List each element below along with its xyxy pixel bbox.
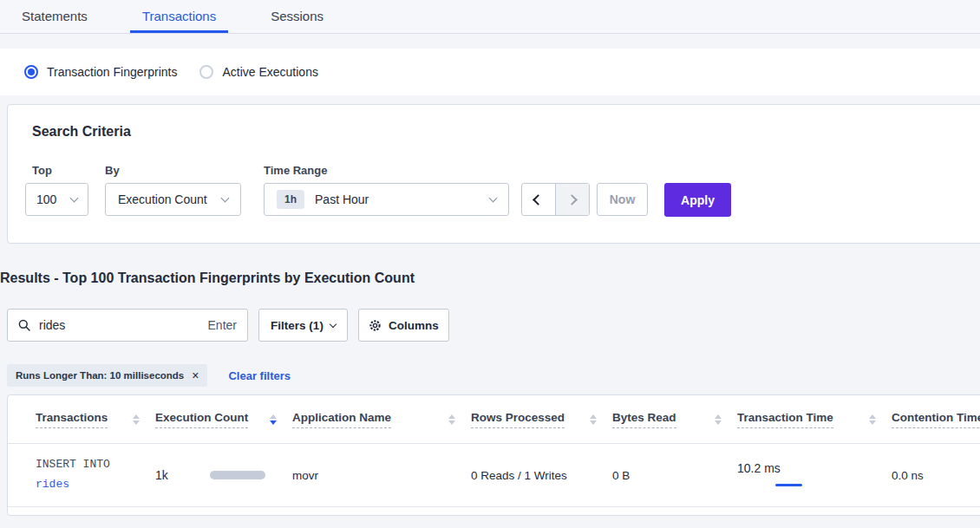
execution-count-cell: 1k [155,468,292,482]
remove-filter-icon[interactable]: × [192,369,199,381]
search-input[interactable] [39,318,199,332]
search-enter-hint: Enter [208,318,237,332]
results-table: Transactions Execution Count Application… [7,394,980,516]
search-icon [18,319,30,331]
radio-label: Active Executions [222,65,318,79]
chevron-down-icon [489,194,498,203]
radio-selected-icon [24,65,38,79]
column-header-rows-processed[interactable]: Rows Processed [471,411,612,428]
sort-icon[interactable] [590,414,597,425]
clear-filters-link[interactable]: Clear filters [228,369,291,382]
column-header-contention-time[interactable]: Contention Time [892,411,980,428]
chevron-left-icon [532,194,544,205]
search-box[interactable]: Enter [7,309,248,342]
radio-label: Transaction Fingerprints [47,65,177,79]
top-label: Top [32,164,52,177]
sort-desc-active-icon[interactable] [270,414,277,425]
filter-chip: Runs Longer Than: 10 milliseconds × [7,364,207,387]
sql-statement-text: INSERT INTO [36,455,155,475]
apply-button[interactable]: Apply [664,183,731,217]
top-select[interactable]: 100 [25,183,88,216]
table-header-row: Transactions Execution Count Application… [8,395,980,444]
chevron-down-icon [330,320,336,327]
by-select-value: Execution Count [118,192,207,206]
tab-statements[interactable]: Statements [10,0,100,33]
column-label: Contention Time [892,411,980,428]
results-heading: Results - Top 100 Transaction Fingerprin… [0,271,415,286]
column-label: Rows Processed [471,411,565,428]
transaction-fingerprint-cell: INSERT INTO rides [36,455,155,495]
filter-chip-row: Runs Longer Than: 10 milliseconds × Clea… [7,364,291,387]
column-header-execution-count[interactable]: Execution Count [155,411,292,428]
sort-icon[interactable] [448,414,455,425]
columns-button-label: Columns [389,319,439,332]
by-label: By [105,164,120,177]
view-toggle: Transaction Fingerprints Active Executio… [0,49,980,95]
time-prev-button[interactable] [522,184,556,215]
filters-button[interactable]: Filters (1) [258,309,348,342]
columns-button[interactable]: Columns [358,309,449,342]
gear-icon [369,319,382,332]
radio-transaction-fingerprints[interactable]: Transaction Fingerprints [24,65,177,79]
column-header-application-name[interactable]: Application Name [292,411,471,428]
execution-count-bar [210,471,265,479]
transaction-link[interactable]: rides [36,475,155,495]
tab-transactions[interactable]: Transactions [130,0,228,33]
time-range-select[interactable]: 1h Past Hour [264,183,509,216]
chevron-down-icon [70,194,79,203]
now-button-label: Now [610,192,636,206]
page-tabs: Statements Transactions Sessions [0,0,980,34]
results-toolbar: Enter Filters (1) Columns [7,309,980,342]
now-button[interactable]: Now [597,183,648,216]
table-row: INSERT INTO rides 1k movr 0 Reads / 1 Wr… [8,444,980,507]
time-next-button[interactable] [556,184,590,215]
radio-unselected-icon [199,65,213,79]
column-label: Execution Count [155,411,248,428]
transaction-time-value: 10.2 ms [737,461,892,475]
rows-processed-cell: 0 Reads / 1 Writes [471,469,612,482]
contention-time-cell: 0.0 ns [892,469,980,482]
time-nav-group [521,183,590,216]
time-range-value: Past Hour [315,192,369,206]
time-range-badge: 1h [277,190,304,209]
sort-icon[interactable] [133,414,140,425]
transaction-time-stddev-line [775,484,802,486]
column-label: Bytes Read [612,411,676,428]
tab-sessions[interactable]: Sessions [258,0,336,33]
application-name-cell: movr [292,469,471,482]
bytes-read-cell: 0 B [612,469,737,482]
column-label: Transaction Time [737,411,833,428]
sort-icon[interactable] [715,414,722,425]
column-label: Application Name [292,411,391,428]
top-select-value: 100 [36,192,56,206]
search-criteria-card: Search Criteria Top By Time Range 100 Ex… [7,104,980,244]
chevron-right-icon [566,194,578,205]
sort-icon[interactable] [869,414,876,425]
column-header-bytes-read[interactable]: Bytes Read [612,411,737,428]
column-header-transactions[interactable]: Transactions [36,411,155,428]
filter-chip-label: Runs Longer Than: 10 milliseconds [16,370,184,381]
chevron-down-icon [221,194,230,203]
transaction-time-bar [737,480,789,489]
execution-count-value: 1k [155,468,168,482]
radio-active-executions[interactable]: Active Executions [199,65,318,79]
column-label: Transactions [36,411,108,428]
by-select[interactable]: Execution Count [105,183,241,216]
column-header-transaction-time[interactable]: Transaction Time [737,411,892,428]
time-range-label: Time Range [264,164,327,177]
filters-button-label: Filters (1) [271,319,323,332]
transaction-time-cell: 10.2 ms [737,461,892,489]
search-criteria-title: Search Criteria [32,124,131,140]
